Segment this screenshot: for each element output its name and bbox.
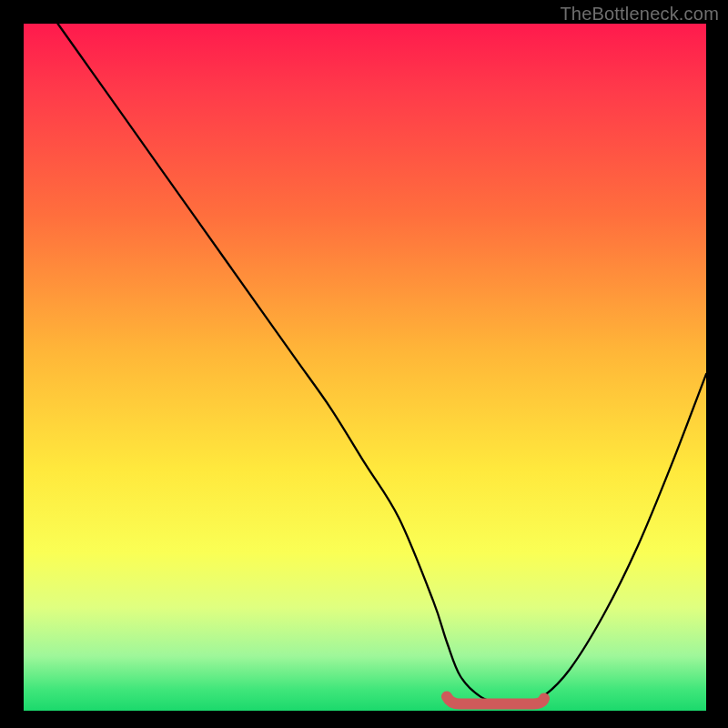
optimal-range-marker — [447, 696, 544, 703]
bottleneck-curve-svg — [24, 24, 706, 711]
chart-frame: TheBottleneck.com — [0, 0, 728, 728]
bottleneck-curve-path — [58, 24, 707, 704]
watermark-text: TheBottleneck.com — [560, 4, 719, 25]
plot-area — [24, 24, 706, 711]
